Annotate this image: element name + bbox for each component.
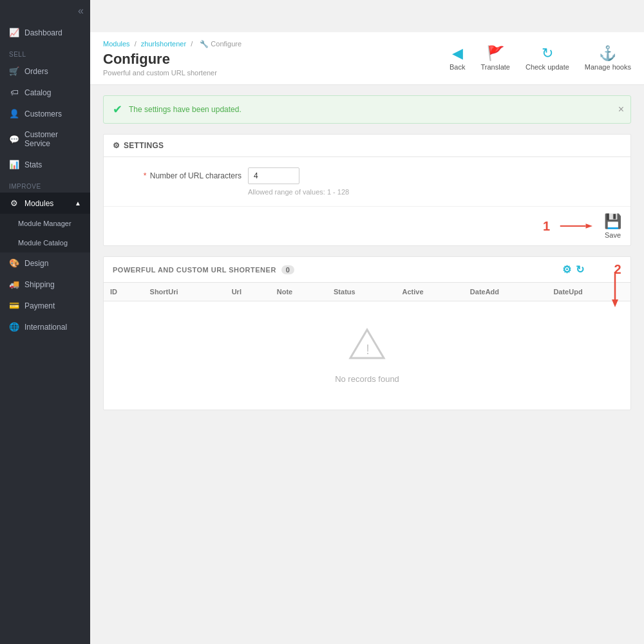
- no-records-row: ! No records found: [104, 301, 630, 410]
- sidebar-item-international[interactable]: 🌐 International: [0, 316, 90, 337]
- table-settings-icon[interactable]: ⚙: [562, 263, 572, 276]
- sidebar-item-international-label: International: [24, 323, 67, 332]
- no-records-text: No records found: [335, 374, 399, 384]
- svg-marker-3: [612, 299, 618, 307]
- sidebar-item-stats[interactable]: 📊 Stats: [0, 154, 90, 175]
- sidebar-item-customers[interactable]: 👤 Customers: [0, 103, 90, 124]
- annotation-arrow-2: [602, 269, 628, 307]
- page-header-left: Modules / zhurlshortener / 🔧 Configure C…: [103, 40, 244, 77]
- sidebar-item-design-label: Design: [24, 259, 48, 268]
- sidebar-item-customer-service-label: Customer Service: [24, 130, 81, 148]
- no-records-cell: ! No records found: [104, 301, 630, 410]
- url-characters-input[interactable]: [248, 167, 299, 184]
- international-icon: 🌐: [9, 322, 19, 332]
- page-subtitle: Powerful and custom URL shortener: [103, 69, 244, 77]
- customer-service-icon: 💬: [9, 135, 19, 144]
- settings-card-body: * Number of URL characters Allowed range…: [104, 157, 630, 206]
- table-card-header: POWERFUL AND CUSTOM URL SHORTENER 0 ⚙ ↻ …: [104, 257, 630, 283]
- translate-icon: 🚩: [487, 46, 504, 61]
- table-card-header-left: POWERFUL AND CUSTOM URL SHORTENER 0: [113, 265, 294, 274]
- back-label: Back: [450, 63, 465, 71]
- sidebar-section-improve: IMPROVE: [0, 175, 90, 193]
- no-records-area: ! No records found: [104, 301, 630, 410]
- sidebar-item-modules-label: Modules: [24, 199, 53, 208]
- url-characters-label: * Number of URL characters: [113, 167, 242, 180]
- url-characters-field: * Number of URL characters: [113, 167, 621, 184]
- sidebar: « 📈 Dashboard SELL 🛒 Orders 🏷 Catalog 👤 …: [0, 0, 90, 644]
- col-active: Active: [396, 283, 464, 301]
- sidebar-item-shipping[interactable]: 🚚 Shipping: [0, 274, 90, 295]
- main-content: Modules / zhurlshortener / 🔧 Configure C…: [90, 0, 644, 644]
- success-alert: ✔ The settings have been updated. ×: [103, 95, 631, 124]
- manage-hooks-button[interactable]: ⚓ Manage hooks: [585, 46, 631, 71]
- url-characters-hint: Allowed range of values: 1 - 128: [248, 188, 621, 196]
- alert-message: The settings have been updated.: [129, 105, 242, 114]
- sidebar-item-design[interactable]: 🎨 Design: [0, 252, 90, 274]
- save-button[interactable]: 💾 Save: [604, 213, 621, 239]
- required-marker: *: [144, 171, 147, 180]
- sidebar-item-payment-label: Payment: [24, 301, 55, 310]
- table-container: ID ShortUri Url Note Status Active DateA…: [104, 283, 630, 410]
- sidebar-item-module-catalog[interactable]: Module Catalog: [0, 233, 90, 252]
- annotation-number-1: 1: [543, 219, 550, 234]
- sidebar-item-module-manager[interactable]: Module Manager: [0, 214, 90, 233]
- breadcrumb-modules[interactable]: Modules: [103, 40, 130, 48]
- settings-gear-icon: ⚙: [113, 141, 120, 150]
- orders-icon: 🛒: [9, 66, 19, 76]
- save-label: Save: [605, 231, 621, 239]
- settings-label: SETTINGS: [124, 141, 164, 150]
- table-refresh-icon[interactable]: ↻: [576, 263, 585, 276]
- manage-hooks-icon: ⚓: [599, 46, 616, 61]
- manage-hooks-label: Manage hooks: [585, 63, 631, 71]
- check-update-icon: ↻: [542, 46, 553, 61]
- sidebar-item-orders[interactable]: 🛒 Orders: [0, 61, 90, 82]
- save-icon: 💾: [604, 213, 621, 230]
- top-bar: [90, 0, 644, 32]
- sidebar-item-module-catalog-label: Module Catalog: [18, 239, 68, 247]
- col-shorturi: ShortUri: [144, 283, 225, 301]
- catalog-icon: 🏷: [9, 88, 19, 97]
- sidebar-item-catalog-label: Catalog: [24, 88, 51, 97]
- warning-triangle-icon: !: [348, 327, 386, 368]
- table-count-badge: 0: [281, 265, 295, 274]
- back-button[interactable]: ◀ Back: [450, 46, 465, 71]
- translate-button[interactable]: 🚩 Translate: [480, 46, 509, 71]
- stats-icon: 📊: [9, 160, 19, 169]
- url-table: ID ShortUri Url Note Status Active DateA…: [104, 283, 630, 410]
- svg-text:!: !: [366, 341, 370, 357]
- breadcrumb-sep2: /: [191, 40, 193, 48]
- sidebar-item-orders-label: Orders: [24, 67, 48, 76]
- settings-card-header: ⚙ SETTINGS: [104, 135, 630, 157]
- page-title: Configure: [103, 51, 244, 68]
- check-update-button[interactable]: ↻ Check update: [526, 46, 569, 71]
- breadcrumb-zhurlshortener[interactable]: zhurlshortener: [141, 40, 186, 48]
- table-card: POWERFUL AND CUSTOM URL SHORTENER 0 ⚙ ↻ …: [103, 256, 631, 410]
- breadcrumb-configure: 🔧 Configure: [200, 40, 242, 48]
- table-header-row: ID ShortUri Url Note Status Active DateA…: [104, 283, 630, 301]
- col-dateadd: DateAdd: [464, 283, 547, 301]
- alert-close-button[interactable]: ×: [618, 104, 624, 115]
- sidebar-collapse-button[interactable]: «: [0, 0, 90, 22]
- sidebar-item-modules[interactable]: ⚙ Modules ▲: [0, 193, 90, 214]
- check-icon: ✔: [113, 102, 122, 117]
- annotation-1-area: 1 💾 Save: [543, 213, 621, 239]
- customers-icon: 👤: [9, 109, 19, 118]
- dashboard-icon: 📈: [9, 28, 19, 37]
- sidebar-item-dashboard[interactable]: 📈 Dashboard: [0, 22, 90, 43]
- sidebar-item-customer-service[interactable]: 💬 Customer Service: [0, 124, 90, 154]
- modules-submenu: Module Manager Module Catalog: [0, 214, 90, 252]
- sidebar-item-dashboard-label: Dashboard: [24, 28, 62, 37]
- sidebar-item-stats-label: Stats: [24, 160, 42, 169]
- page-header: Modules / zhurlshortener / 🔧 Configure C…: [90, 32, 644, 85]
- breadcrumb: Modules / zhurlshortener / 🔧 Configure: [103, 40, 244, 48]
- back-icon: ◀: [452, 46, 463, 61]
- check-update-label: Check update: [526, 63, 569, 71]
- col-status: Status: [327, 283, 396, 301]
- settings-card-footer: 1 💾 Save: [104, 206, 630, 245]
- sidebar-item-payment[interactable]: 💳 Payment: [0, 295, 90, 316]
- design-icon: 🎨: [9, 258, 19, 268]
- chevron-up-icon: ▲: [75, 200, 81, 207]
- header-actions: ◀ Back 🚩 Translate ↻ Check update ⚓ Mana…: [450, 46, 631, 71]
- sidebar-section-sell: SELL: [0, 43, 90, 61]
- sidebar-item-catalog[interactable]: 🏷 Catalog: [0, 82, 90, 103]
